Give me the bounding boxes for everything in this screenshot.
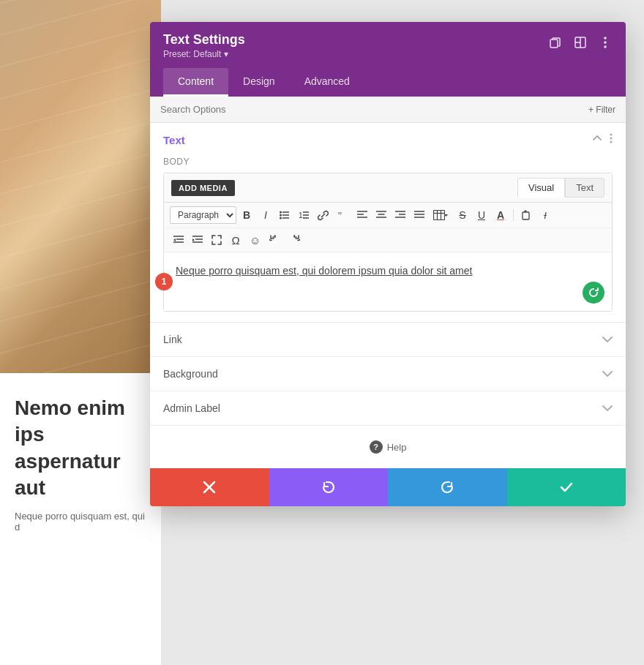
text-section: Text Body: [150, 123, 626, 323]
filter-button[interactable]: + Filter: [588, 105, 615, 115]
font-color-button[interactable]: A: [492, 206, 509, 224]
svg-point-14: [280, 217, 282, 219]
svg-point-12: [280, 214, 282, 217]
background-chevron: [602, 367, 613, 380]
editor-toolbar-row2: Ω ☺: [164, 228, 612, 252]
section-header-icons: [592, 133, 613, 146]
page-bg-body: Neque porro quisquam est, qui d: [15, 511, 146, 533]
background-title: Background: [163, 368, 218, 380]
search-bar: + Filter: [150, 97, 626, 123]
link-title: Link: [163, 334, 182, 345]
link-chevron: [602, 333, 613, 346]
view-tab-visual[interactable]: Visual: [517, 178, 565, 198]
tab-content[interactable]: Content: [163, 68, 228, 97]
cancel-button[interactable]: [150, 468, 269, 506]
toolbar-separator: [513, 208, 514, 222]
modal-header-left: Text Settings Preset: Default ▾: [163, 32, 245, 59]
svg-text:": ": [338, 210, 342, 221]
text-section-title: Text: [163, 134, 185, 146]
admin-label-chevron: [602, 402, 613, 415]
modal-header: Text Settings Preset: Default ▾: [150, 22, 626, 68]
tab-advanced[interactable]: Advanced: [290, 68, 364, 97]
grammarly-icon[interactable]: [583, 282, 604, 304]
layout-icon[interactable]: [573, 35, 588, 50]
ul-button[interactable]: [276, 206, 293, 224]
clear-format-button[interactable]: I: [536, 206, 554, 224]
help-label: Help: [387, 442, 407, 453]
editor-topbar: ADD MEDIA Visual Text: [164, 173, 612, 203]
italic-button[interactable]: I: [257, 206, 274, 224]
collapse-icon[interactable]: [592, 133, 602, 146]
view-tab-text[interactable]: Text: [565, 178, 604, 198]
copy-icon[interactable]: [548, 35, 563, 50]
undo-button[interactable]: [266, 231, 284, 249]
modal-header-icons: [548, 32, 613, 50]
reset-button[interactable]: [269, 468, 389, 506]
redo-button[interactable]: [285, 231, 304, 249]
modal-content: Text Body: [150, 123, 626, 468]
ol-button[interactable]: 1.: [295, 206, 312, 224]
svg-point-8: [610, 137, 612, 139]
align-center-button[interactable]: [372, 206, 390, 224]
svg-point-5: [604, 41, 607, 44]
add-media-button[interactable]: ADD MEDIA: [171, 180, 235, 196]
bg-stairs-decoration: [0, 0, 161, 373]
editor-toolbar-row1: Paragraph Heading 1 Heading 2 B I 1.: [164, 203, 612, 228]
section-more-icon[interactable]: [610, 133, 613, 146]
link-button[interactable]: [314, 206, 332, 224]
save-button[interactable]: [507, 468, 626, 506]
paragraph-select[interactable]: Paragraph Heading 1 Heading 2: [170, 206, 236, 224]
help-section: ? Help: [150, 426, 626, 468]
bg-image: [0, 0, 161, 373]
page-bg-text-area: Nemo enim ips aspernatur aut Neque porro…: [0, 373, 161, 540]
emoji-button[interactable]: ☺: [246, 231, 264, 249]
modal-preset[interactable]: Preset: Default ▾: [163, 49, 245, 59]
special-chars-button[interactable]: Ω: [227, 231, 244, 249]
table-button[interactable]: [430, 206, 452, 224]
svg-point-9: [610, 140, 612, 143]
modal-title: Text Settings: [163, 32, 245, 48]
editor-body[interactable]: 1 Neque porro quisquam est, qui dolorem …: [164, 252, 612, 311]
align-right-button[interactable]: [392, 206, 409, 224]
svg-point-7: [610, 133, 612, 135]
strikethrough-button[interactable]: S: [454, 206, 471, 224]
svg-point-10: [280, 211, 282, 214]
body-label: Body: [150, 157, 626, 173]
modal-tabs: Content Design Advanced: [150, 68, 626, 97]
svg-point-6: [604, 45, 607, 48]
background-section[interactable]: Background: [150, 357, 626, 391]
more-icon[interactable]: [598, 35, 613, 50]
help-icon: ?: [370, 440, 383, 454]
admin-label-section[interactable]: Admin Label: [150, 391, 626, 426]
help-link[interactable]: ? Help: [370, 440, 407, 454]
text-settings-modal: Text Settings Preset: Default ▾: [150, 22, 626, 506]
step-badge-1: 1: [155, 273, 173, 290]
svg-point-4: [604, 37, 607, 40]
view-tabs: Visual Text: [517, 178, 604, 198]
paste-text-button[interactable]: [517, 206, 535, 224]
indent-button[interactable]: [189, 231, 206, 249]
editor-wrapper: ADD MEDIA Visual Text Paragraph Heading …: [163, 173, 613, 312]
tab-design[interactable]: Design: [228, 68, 290, 97]
svg-rect-37: [523, 212, 529, 219]
page-background: Nemo enim ips aspernatur aut Neque porro…: [0, 0, 161, 665]
bold-button[interactable]: B: [238, 206, 255, 224]
text-section-header: Text: [150, 123, 626, 157]
refresh-button[interactable]: [388, 468, 507, 506]
svg-rect-0: [550, 40, 558, 48]
blockquote-button[interactable]: ": [334, 206, 352, 224]
align-left-button[interactable]: [353, 206, 371, 224]
admin-label-title: Admin Label: [163, 402, 220, 414]
page-bg-heading: Nemo enim ips aspernatur aut: [15, 395, 146, 502]
editor-content[interactable]: Neque porro quisquam est, qui dolorem ip…: [176, 265, 472, 277]
outdent-button[interactable]: [170, 231, 187, 249]
modal-footer: [150, 468, 626, 506]
justify-button[interactable]: [411, 206, 428, 224]
underline-button[interactable]: U: [473, 206, 490, 224]
link-section[interactable]: Link: [150, 323, 626, 357]
search-input[interactable]: [160, 104, 588, 115]
fullscreen-button[interactable]: [208, 231, 225, 249]
